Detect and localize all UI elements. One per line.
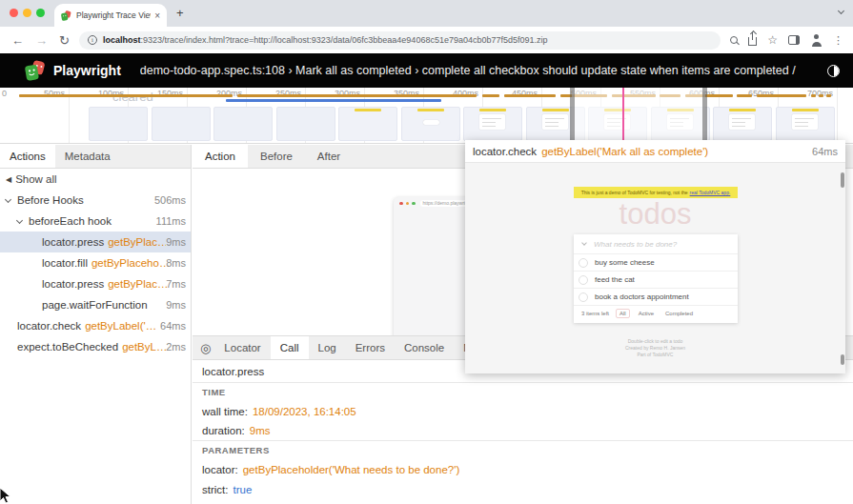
tab-after[interactable]: After (305, 145, 353, 168)
bookmark-star-icon[interactable]: ☆ (767, 35, 778, 45)
back-icon[interactable]: ← (11, 33, 24, 48)
tab-errors[interactable]: Errors (346, 336, 395, 359)
thumbnail-card-line (545, 122, 559, 123)
popup-scrollbar-thumb[interactable] (841, 172, 844, 188)
thumbnail-banner-mark (417, 109, 444, 111)
action-row[interactable]: locator.checkgetByLabel('…64ms (0, 315, 191, 336)
browser-address-bar-row: ← → ↻ i localhost:9323/trace/index.html?… (0, 27, 853, 53)
timeline-hover-marker (622, 88, 624, 143)
timeline-network-bar (819, 94, 823, 97)
tab-search-chevron-icon[interactable] (838, 8, 844, 14)
todo-item[interactable]: feed the cat (574, 272, 738, 289)
action-row[interactable]: expect.toBeCheckedgetByL…2ms (0, 336, 191, 357)
filmstrip-thumbnail[interactable] (401, 107, 460, 141)
new-tab-button[interactable]: + (176, 6, 184, 20)
tab-before[interactable]: Before (248, 145, 305, 168)
timeline-network-bar (737, 94, 752, 97)
thumbnail-banner-mark (729, 109, 756, 111)
action-row[interactable]: page.waitForFunction9ms (0, 294, 191, 315)
filmstrip-thumbnail[interactable] (463, 107, 522, 141)
side-panel-icon[interactable] (788, 35, 800, 45)
todo-checkbox[interactable] (579, 258, 588, 268)
tab-actions[interactable]: Actions (0, 145, 55, 168)
filmstrip-thumbnail[interactable] (776, 107, 835, 141)
timeline-network-bar (19, 94, 233, 97)
tab-close-icon[interactable]: × (154, 10, 160, 21)
address-bar[interactable]: i localhost:9323/trace/index.html?trace=… (79, 31, 721, 50)
todo-label: feed the cat (595, 275, 635, 284)
site-info-icon[interactable]: i (88, 35, 97, 45)
actions-sidebar: ActionsMetadata ◀ Show all Before Hooks5… (0, 145, 192, 504)
action-popup-header: locator.check getByLabel('Mark all as co… (465, 140, 845, 163)
tab-console[interactable]: Console (395, 336, 454, 359)
action-duration: 8ms (166, 257, 186, 269)
filmstrip-thumbnail[interactable] (713, 107, 772, 141)
share-icon[interactable] (748, 37, 757, 46)
todo-checkbox[interactable] (579, 275, 588, 285)
pick-locator-icon[interactable]: ◎ (193, 336, 214, 359)
banner-link[interactable]: real TodoMVC app. (690, 190, 731, 195)
timeline[interactable]: cleared 050ms100ms150ms200ms250ms300ms35… (0, 88, 853, 144)
action-title: expect.toBeChecked (17, 341, 118, 353)
browser-action-icons: ☆ ⋮ (730, 34, 843, 47)
action-duration: 7ms (166, 278, 186, 290)
action-row[interactable]: locator.fillgetByPlaceho…8ms (0, 252, 191, 273)
todo-item[interactable]: book a doctors appointment (574, 289, 738, 306)
action-row[interactable]: Before Hooks506ms (0, 190, 191, 211)
zoom-icon[interactable] (730, 36, 738, 44)
macos-minimize-button[interactable] (23, 9, 31, 17)
action-locator: getByPlac… (108, 236, 168, 248)
tab-log[interactable]: Log (309, 336, 346, 359)
thumbnail-card-line (795, 126, 808, 127)
forward-icon[interactable]: → (35, 33, 48, 48)
browser-tab[interactable]: Playwright Trace Viewer × (54, 4, 167, 27)
filter-completed[interactable]: Completed (662, 310, 696, 317)
tab-title: Playwright Trace Viewer (76, 10, 151, 20)
popup-duration: 64ms (812, 146, 838, 157)
timeline-drag-handle[interactable] (570, 88, 575, 143)
filmstrip-thumbnail[interactable] (338, 107, 397, 141)
filmstrip-thumbnail[interactable] (89, 107, 148, 141)
filter-all[interactable]: All (616, 309, 630, 318)
reload-icon[interactable]: ↻ (59, 33, 70, 48)
chevron-down-icon[interactable] (5, 196, 11, 203)
action-row[interactable]: beforeEach hook111ms (0, 211, 191, 232)
todo-item[interactable]: buy some cheese (574, 254, 738, 272)
timeline-drag-handle[interactable] (702, 88, 707, 143)
show-all-button[interactable]: ◀ Show all (0, 169, 191, 190)
filmstrip-thumbnail[interactable] (152, 107, 211, 141)
duration-row: duration: 9ms (193, 421, 853, 441)
theme-toggle-icon[interactable] (827, 65, 840, 77)
mouse-cursor (0, 487, 11, 504)
timeline-network-bar (826, 94, 831, 97)
toggle-all-chevron-icon[interactable] (581, 240, 587, 246)
popup-scrollbar-thumb-bottom[interactable] (841, 354, 844, 365)
chevron-down-icon[interactable] (16, 217, 23, 224)
filmstrip-thumbnail[interactable] (276, 107, 335, 141)
macos-zoom-button[interactable] (36, 9, 45, 17)
action-title: page.waitForFunction (42, 299, 148, 311)
todos-heading: todos (465, 197, 845, 232)
filter-active[interactable]: Active (636, 310, 657, 317)
time-section-header: TIME (193, 383, 853, 401)
action-row[interactable]: locator.pressgetByPlac…9ms (0, 232, 191, 252)
timeline-network-bar (811, 94, 816, 97)
profile-avatar-icon[interactable] (810, 34, 823, 47)
strict-value: true (233, 484, 252, 495)
tab-locator[interactable]: Locator (214, 336, 270, 359)
todo-label: book a doctors appointment (595, 292, 689, 301)
strict-row: strict: true (193, 479, 853, 499)
menu-dots-icon[interactable]: ⋮ (833, 34, 843, 47)
popup-action-name: locator.check (473, 146, 537, 157)
tab-metadata[interactable]: Metadata (55, 145, 120, 168)
action-row[interactable]: locator.pressgetByPlac…7ms (0, 273, 191, 294)
tab-action[interactable]: Action (193, 145, 248, 168)
action-title: locator.press (42, 236, 104, 248)
url-text: localhost:9323/trace/index.html?trace=ht… (103, 35, 548, 45)
todo-checkbox[interactable] (579, 292, 588, 302)
filmstrip-thumbnail[interactable] (213, 107, 273, 141)
action-locator: getByPlac… (108, 278, 168, 290)
tab-call[interactable]: Call (271, 336, 309, 359)
macos-close-button[interactable] (10, 9, 18, 17)
new-todo-input[interactable]: What needs to be done? (574, 234, 738, 254)
